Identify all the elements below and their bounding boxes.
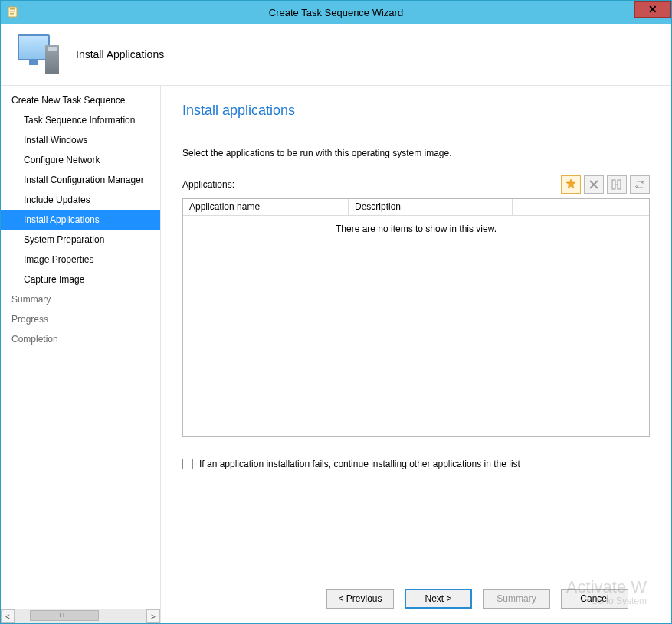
scrollbar-thumb[interactable]: III <box>30 610 99 621</box>
nav-step-label: Install Windows <box>24 135 87 145</box>
delete-icon <box>588 178 600 191</box>
nav-step[interactable]: System Preparation <box>1 230 160 250</box>
computer-icon <box>15 34 59 74</box>
continue-on-fail-label: If an application installation fails, co… <box>199 459 520 469</box>
nav-step[interactable]: Progress <box>1 309 160 329</box>
window-title: Create Task Sequence Wizard <box>1 7 671 18</box>
reorder-button[interactable] <box>630 175 650 194</box>
nav-step-label: Create New Task Sequence <box>11 95 126 106</box>
nav-step[interactable]: Image Properties <box>1 250 160 270</box>
svg-marker-4 <box>566 179 575 188</box>
step-nav: Create New Task SequenceTask Sequence In… <box>1 86 160 609</box>
sidebar: Create New Task SequenceTask Sequence In… <box>1 86 161 623</box>
instruction-text: Select the applications to be run with t… <box>182 148 650 158</box>
applications-toolbar <box>561 175 650 194</box>
nav-step[interactable]: Capture Image <box>1 270 160 289</box>
reorder-icon <box>634 178 646 191</box>
starburst-icon <box>565 178 577 191</box>
wizard-footer: < Previous Next > Summary Cancel Activat… <box>182 574 650 623</box>
nav-step-label: Include Updates <box>24 194 90 205</box>
next-button[interactable]: Next > <box>405 589 472 609</box>
continue-on-fail-row: If an application installation fails, co… <box>182 459 650 469</box>
nav-step-label: Image Properties <box>24 254 93 265</box>
add-application-button[interactable] <box>561 175 581 194</box>
applications-label: Applications: <box>182 179 234 190</box>
nav-step[interactable]: Install Applications <box>1 210 160 230</box>
scroll-left-button[interactable]: < <box>1 609 15 623</box>
nav-step[interactable]: Task Sequence Information <box>1 110 160 130</box>
nav-step[interactable]: Summary <box>1 289 160 309</box>
applications-list[interactable]: Application name Description There are n… <box>182 198 650 437</box>
cancel-button[interactable]: Cancel <box>561 589 628 609</box>
properties-button[interactable] <box>607 175 627 194</box>
wizard-window: Create Task Sequence Wizard ✕ Install Ap… <box>0 0 672 624</box>
nav-step[interactable]: Create New Task Sequence <box>1 90 160 110</box>
nav-step-label: Progress <box>11 314 48 325</box>
svg-rect-5 <box>612 180 615 189</box>
step-title: Install Applications <box>76 48 164 60</box>
nav-step-label: Configure Network <box>24 155 100 165</box>
previous-button[interactable]: < Previous <box>326 589 394 609</box>
nav-step-label: Install Configuration Manager <box>24 175 144 185</box>
applications-label-row: Applications: <box>182 175 650 194</box>
body: Create New Task SequenceTask Sequence In… <box>1 85 671 623</box>
column-application-name[interactable]: Application name <box>183 199 349 216</box>
nav-step-label: Install Applications <box>24 214 100 225</box>
nav-step-label: Summary <box>11 294 51 305</box>
titlebar: Create Task Sequence Wizard ✕ <box>1 1 671 24</box>
nav-step-label: Completion <box>11 334 58 345</box>
nav-step-label: Task Sequence Information <box>24 115 135 126</box>
list-header: Application name Description <box>183 199 649 216</box>
properties-icon <box>611 178 623 191</box>
list-empty-message: There are no items to show in this view. <box>183 216 649 436</box>
nav-step[interactable]: Completion <box>1 329 160 349</box>
svg-rect-6 <box>618 180 621 189</box>
page-heading: Install applications <box>182 103 650 119</box>
column-description[interactable]: Description <box>349 199 513 216</box>
nav-step[interactable]: Configure Network <box>1 150 160 170</box>
nav-step-label: System Preparation <box>24 234 104 245</box>
scroll-right-button[interactable]: > <box>146 609 160 623</box>
column-spacer <box>513 199 649 216</box>
nav-step[interactable]: Install Configuration Manager <box>1 170 160 190</box>
nav-step[interactable]: Install Windows <box>1 130 160 150</box>
header: Install Applications <box>1 24 671 85</box>
main-content: Install applications Select the applicat… <box>161 86 671 623</box>
nav-step[interactable]: Include Updates <box>1 190 160 210</box>
summary-button[interactable]: Summary <box>483 589 550 609</box>
delete-application-button[interactable] <box>584 175 604 194</box>
sidebar-scrollbar[interactable]: < III > <box>1 609 160 623</box>
continue-on-fail-checkbox[interactable] <box>182 459 193 469</box>
scrollbar-track[interactable]: III <box>15 609 146 623</box>
nav-step-label: Capture Image <box>24 274 84 285</box>
